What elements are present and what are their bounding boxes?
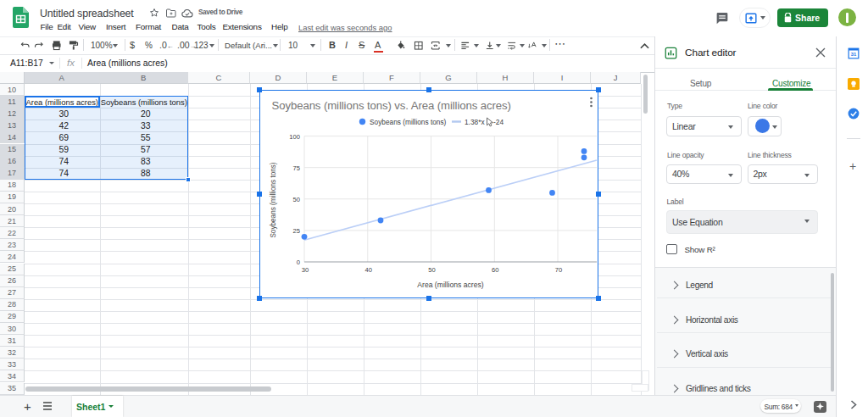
svg-text:Area (millions acres): Area (millions acres): [417, 281, 483, 289]
svg-text:31: 31: [851, 52, 857, 57]
svg-text:60: 60: [492, 266, 498, 274]
svg-text:Soybeans (millions tons): Soybeans (millions tons): [270, 162, 277, 237]
svg-text:0: 0: [297, 259, 300, 266]
svg-text:40: 40: [365, 266, 372, 274]
svg-text:Soybeans (millions tons) vs. A: Soybeans (millions tons) vs. Area (milli…: [272, 99, 511, 112]
svg-text:25: 25: [293, 226, 300, 234]
svg-text:1.38*x: 1.38*x: [465, 117, 485, 125]
svg-text:Soybeans (millions tons): Soybeans (millions tons): [370, 117, 447, 125]
svg-text:30: 30: [302, 266, 309, 274]
svg-text:50: 50: [428, 266, 435, 274]
svg-text:50: 50: [293, 195, 300, 203]
svg-text:75: 75: [293, 164, 300, 171]
svg-text:70: 70: [555, 266, 562, 274]
svg-text:-24: -24: [493, 117, 504, 125]
svg-text:100: 100: [289, 132, 300, 140]
